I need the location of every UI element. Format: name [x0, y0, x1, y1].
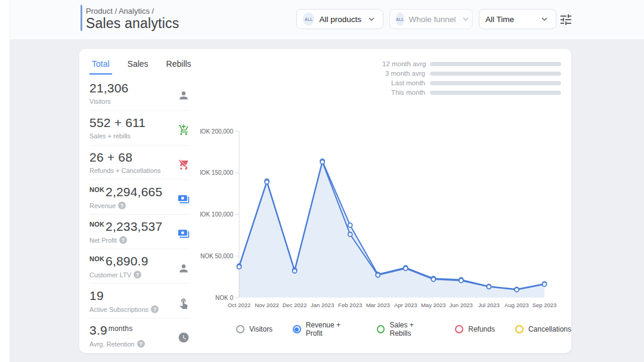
metric-value: 552 + 611: [89, 116, 190, 130]
svg-text:Sep 2023: Sep 2023: [532, 302, 557, 308]
svg-text:Nov 2022: Nov 2022: [255, 302, 279, 308]
chevron-down-icon: [539, 14, 550, 24]
help-icon[interactable]: ?: [119, 236, 127, 244]
payments-icon: [178, 228, 190, 240]
area-chart-canvas[interactable]: NOK 0NOK 50,000NOK 100,000NOK 150,000NOK…: [200, 126, 571, 311]
radio-selected-icon: [293, 325, 301, 333]
metric-label: Active Subscriptions: [89, 306, 148, 313]
help-icon[interactable]: ?: [118, 202, 126, 209]
svg-text:Oct 2022: Oct 2022: [228, 302, 251, 308]
svg-text:Jun 2023: Jun 2023: [450, 302, 473, 308]
clock-icon: [178, 332, 190, 344]
help-icon[interactable]: ?: [137, 340, 145, 348]
period-bar-row: 3 month avrg: [382, 69, 561, 78]
settings-tune-icon[interactable]: [559, 13, 573, 27]
legend-item-refunds[interactable]: Refunds: [455, 321, 495, 338]
svg-text:NOK 150,000: NOK 150,000: [200, 169, 233, 176]
metric-visitors: 21,306 Visitors: [89, 76, 190, 111]
metrics-list: 21,306 Visitors 552 + 611 Sales + rebill…: [89, 76, 190, 353]
metric-sales-rebills: 552 + 611 Sales + rebills: [89, 111, 190, 146]
revenue-chart: NOK 0NOK 50,000NOK 100,000NOK 150,000NOK…: [200, 126, 571, 338]
svg-text:Aug 2023: Aug 2023: [504, 302, 529, 308]
unit-suffix: months: [109, 324, 133, 333]
period-bar-track: [430, 81, 561, 85]
metric-value: 26 + 68: [89, 150, 190, 165]
period-bar-label: 3 month avrg: [382, 70, 430, 77]
all-badge: ALL: [396, 13, 404, 26]
chevron-down-icon: [366, 14, 377, 24]
metric-label: Avrg. Retention: [89, 341, 135, 348]
cart-add-icon: [178, 124, 190, 136]
radio-icon: [236, 325, 244, 333]
metric-value: 21,306: [89, 81, 190, 95]
help-icon[interactable]: ?: [134, 271, 141, 279]
funnel-filter-label: Whole funnel: [409, 15, 456, 24]
period-bar-row: 12 month avrg: [382, 59, 561, 69]
legend-item-sales-rebills[interactable]: Sales + Rebills: [377, 321, 435, 338]
currency-prefix: NOK: [89, 255, 104, 262]
svg-text:Apr 2023: Apr 2023: [394, 302, 417, 308]
svg-text:NOK 100,000: NOK 100,000: [200, 211, 233, 218]
cart-remove-icon: [178, 159, 190, 171]
metric-label: Visitors: [89, 98, 111, 105]
legend-label: Revenue + Profit: [306, 321, 357, 338]
touch-icon: [178, 297, 190, 309]
metric-refunds-cancellations: 26 + 68 Refunds + Cancellations: [89, 146, 190, 180]
svg-text:May 2023: May 2023: [421, 302, 446, 308]
legend-item-cancellations[interactable]: Cancellations: [515, 321, 571, 338]
collapsed-sidebar[interactable]: ::: [0, 0, 10, 362]
legend-label: Refunds: [468, 325, 495, 333]
metric-label: Net Profit: [89, 237, 117, 244]
sidebar-edge-glyph: ::: [0, 13, 1, 20]
period-bar-track: [430, 72, 561, 76]
svg-text:Mar 2023: Mar 2023: [366, 302, 390, 308]
svg-text:Jan 2023: Jan 2023: [311, 302, 334, 308]
metric-label: Customer LTV: [89, 271, 131, 279]
chart-legend: Visitors Revenue + Profit Sales + Rebill…: [200, 321, 571, 338]
currency-prefix: NOK: [89, 221, 104, 228]
period-bar-label: Last month: [382, 79, 430, 86]
period-bar-row: This month: [382, 88, 561, 97]
metric-label: Sales + rebills: [89, 132, 131, 140]
metric-value: 3.9months: [89, 323, 190, 338]
time-filter-label: All Time: [485, 15, 514, 24]
page-title: Sales analytics: [86, 16, 179, 32]
period-bar-label: 12 month avrg: [382, 60, 430, 67]
tab-sales[interactable]: Sales: [125, 57, 151, 75]
tab-total[interactable]: Total: [89, 57, 112, 75]
period-bar-track: [430, 62, 561, 66]
payments-icon: [178, 193, 190, 205]
svg-text:Jul 2023: Jul 2023: [478, 302, 500, 308]
time-filter-dropdown[interactable]: All Time: [479, 9, 556, 29]
products-filter-dropdown[interactable]: ALL All products: [296, 9, 383, 29]
funnel-filter-dropdown[interactable]: ALL Whole funnel: [389, 9, 473, 29]
svg-text:Feb 2023: Feb 2023: [338, 302, 362, 308]
all-badge: ALL: [303, 13, 314, 26]
period-bar-track: [430, 91, 561, 95]
person-icon: [178, 89, 190, 101]
breadcrumb[interactable]: Product / Analytics /: [86, 7, 154, 16]
metric-value: 19: [89, 289, 190, 303]
period-bar-row: Last month: [382, 78, 561, 88]
currency-prefix: NOK: [89, 186, 104, 193]
metric-label: Refunds + Cancellations: [89, 167, 161, 174]
title-accent-bar: [80, 5, 82, 31]
person-icon: [178, 262, 190, 274]
products-filter-label: All products: [319, 15, 361, 24]
legend-label: Visitors: [249, 325, 273, 333]
legend-label: Sales + Rebills: [389, 321, 435, 338]
legend-item-visitors[interactable]: Visitors: [236, 321, 273, 338]
radio-icon: [515, 325, 524, 333]
metric-value: NOK2,233,537: [89, 219, 190, 234]
metric-value: NOK2,294,665: [89, 185, 190, 199]
legend-item-revenue-profit[interactable]: Revenue + Profit: [293, 321, 357, 338]
radio-icon: [377, 325, 385, 333]
svg-text:NOK 50,000: NOK 50,000: [200, 253, 233, 259]
metric-label: Revenue: [89, 202, 116, 209]
svg-text:NOK 200,000: NOK 200,000: [200, 128, 233, 135]
tab-rebills[interactable]: Rebills: [164, 57, 194, 75]
svg-text:NOK 0: NOK 0: [215, 295, 233, 301]
help-icon[interactable]: ?: [151, 305, 159, 313]
chevron-down-icon: [460, 14, 471, 24]
period-bar-label: This month: [382, 89, 430, 96]
